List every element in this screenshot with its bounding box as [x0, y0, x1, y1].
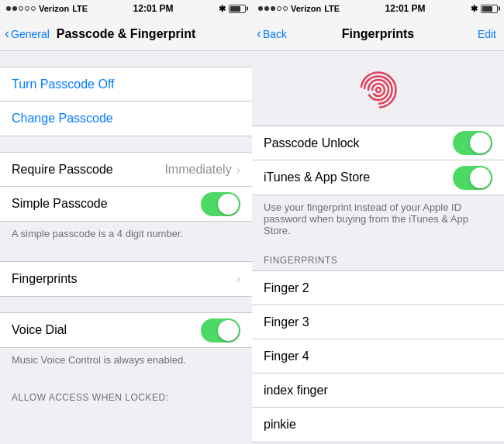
- right-back-button[interactable]: ‹ Back: [257, 27, 287, 40]
- itunes-app-store-knob: [470, 167, 491, 188]
- right-time: 12:01 PM: [385, 3, 426, 14]
- svg-point-0: [376, 88, 381, 92]
- simple-passcode-label: Simple Passcode: [12, 197, 201, 211]
- left-back-chevron: ‹: [5, 26, 9, 40]
- dot-4: [25, 6, 29, 11]
- right-battery-icon: [481, 5, 498, 13]
- pinkie-label: pinkie: [264, 418, 296, 432]
- left-time: 12:01 PM: [133, 3, 174, 14]
- finger-3-row[interactable]: Finger 3: [252, 305, 504, 339]
- index-finger-row[interactable]: index finger: [252, 373, 504, 408]
- right-battery-fill: [482, 6, 492, 12]
- battery-fill: [230, 6, 240, 12]
- require-passcode-value: Immediately: [164, 163, 231, 177]
- gap-2: [0, 246, 252, 261]
- gap-4: [0, 372, 252, 387]
- right-panel: Verizon LTE 12:01 PM ✱ ‹ Back Fingerprin…: [252, 0, 504, 444]
- passcode-unlock-toggle[interactable]: [453, 131, 492, 155]
- dot-5: [31, 6, 36, 11]
- voice-dial-toggle[interactable]: [201, 318, 240, 342]
- simple-passcode-row: Simple Passcode: [0, 187, 252, 221]
- voice-dial-group: Voice Dial: [0, 312, 252, 348]
- right-nav-bar: ‹ Back Fingerprints Edit: [252, 17, 504, 51]
- left-back-label: General: [11, 28, 50, 40]
- passcode-unlock-row: Passcode Unlock: [252, 126, 504, 160]
- allow-access-header: ALLOW ACCESS WHEN LOCKED:: [0, 387, 252, 408]
- simple-passcode-toggle[interactable]: [201, 192, 240, 216]
- fingerprint-icon: [355, 67, 402, 113]
- left-nav-title: Passcode & Fingerprint: [57, 27, 196, 41]
- left-nav-title-bold: Passcode & Fingerprint: [57, 27, 196, 40]
- fingerprints-chevron-icon: ›: [236, 272, 240, 286]
- right-network-label: LTE: [324, 4, 340, 13]
- r-dot-5: [283, 6, 288, 11]
- fingerprint-description: Use your fingerprint instead of your App…: [252, 195, 504, 243]
- left-status-right: ✱: [219, 4, 246, 14]
- fingerprints-list-group: Finger 2 Finger 3 Finger 4 index finger …: [252, 270, 504, 442]
- change-passcode-row[interactable]: Change Passcode: [0, 102, 252, 136]
- r-dot-4: [277, 6, 281, 11]
- r-dot-1: [258, 6, 263, 11]
- require-chevron-icon: ›: [236, 163, 240, 177]
- finger-2-label: Finger 2: [264, 281, 309, 295]
- dot-1: [6, 6, 11, 11]
- require-simple-group: Require Passcode Immediately › Simple Pa…: [0, 152, 252, 222]
- fingerprint-toggles-group: Passcode Unlock iTunes & App Store: [252, 126, 504, 195]
- passcode-unlock-label: Passcode Unlock: [264, 136, 453, 150]
- voice-dial-label: Voice Dial: [12, 323, 201, 337]
- passcode-actions-group: Turn Passcode Off Change Passcode: [0, 67, 252, 136]
- require-passcode-label: Require Passcode: [12, 163, 164, 177]
- r-dot-2: [264, 6, 269, 11]
- left-back-button[interactable]: ‹ General: [5, 27, 50, 40]
- fingerprints-label: Fingerprints: [12, 272, 236, 286]
- itunes-app-store-label: iTunes & App Store: [264, 170, 453, 184]
- left-panel: Verizon LTE 12:01 PM ✱ ‹ General Passcod…: [0, 0, 252, 444]
- voice-dial-row: Voice Dial: [0, 313, 252, 347]
- left-nav-bar: ‹ General Passcode & Fingerprint: [0, 17, 252, 51]
- right-signal-dots: [258, 6, 288, 11]
- passcode-unlock-knob: [470, 133, 491, 153]
- finger-3-label: Finger 3: [264, 315, 309, 329]
- dot-3: [19, 6, 23, 11]
- battery-icon: [229, 5, 246, 13]
- turn-passcode-off-row[interactable]: Turn Passcode Off: [0, 67, 252, 102]
- right-nav-title-text: Fingerprints: [342, 27, 414, 40]
- simple-passcode-knob: [218, 194, 239, 215]
- right-status-bar: Verizon LTE 12:01 PM ✱: [252, 0, 504, 17]
- right-carrier-label: Verizon: [291, 4, 321, 13]
- right-settings-content: Passcode Unlock iTunes & App Store Use y…: [252, 51, 504, 444]
- r-dot-3: [271, 6, 275, 11]
- fingerprints-row[interactable]: Fingerprints ›: [0, 262, 252, 296]
- turn-passcode-off-label: Turn Passcode Off: [12, 77, 115, 91]
- right-status-left: Verizon LTE: [258, 4, 340, 13]
- itunes-app-store-row: iTunes & App Store: [252, 160, 504, 194]
- require-passcode-row[interactable]: Require Passcode Immediately ›: [0, 153, 252, 187]
- carrier-label: Verizon: [39, 4, 69, 13]
- fingerprints-section-header: FINGERPRINTS: [252, 250, 504, 270]
- right-back-label: Back: [263, 28, 287, 40]
- right-status-right: ✱: [471, 4, 498, 14]
- finger-2-row[interactable]: Finger 2: [252, 271, 504, 305]
- itunes-app-store-toggle[interactable]: [453, 166, 492, 190]
- finger-4-label: Finger 4: [264, 349, 309, 363]
- fingerprints-group: Fingerprints ›: [0, 261, 252, 297]
- signal-dots: [6, 6, 36, 11]
- network-label: LTE: [72, 4, 88, 13]
- simple-passcode-note: A simple passcode is a 4 digit number.: [0, 222, 252, 246]
- pinkie-row[interactable]: pinkie: [252, 408, 504, 442]
- top-gap: [0, 51, 252, 67]
- right-back-chevron: ‹: [257, 26, 261, 40]
- right-edit-button[interactable]: Edit: [478, 28, 496, 40]
- left-settings-content: Turn Passcode Off Change Passcode Requir…: [0, 51, 252, 444]
- voice-dial-knob: [218, 320, 239, 341]
- finger-4-row[interactable]: Finger 4: [252, 339, 504, 373]
- left-status-left: Verizon LTE: [6, 4, 88, 13]
- right-nav-title: Fingerprints: [342, 27, 414, 41]
- dot-2: [12, 6, 17, 11]
- gap-1: [0, 136, 252, 152]
- gap-3: [0, 297, 252, 312]
- fingerprint-hero: [252, 51, 504, 126]
- left-status-bar: Verizon LTE 12:01 PM ✱: [0, 0, 252, 17]
- change-passcode-label: Change Passcode: [12, 112, 113, 126]
- voice-dial-note: Music Voice Control is always enabled.: [0, 348, 252, 372]
